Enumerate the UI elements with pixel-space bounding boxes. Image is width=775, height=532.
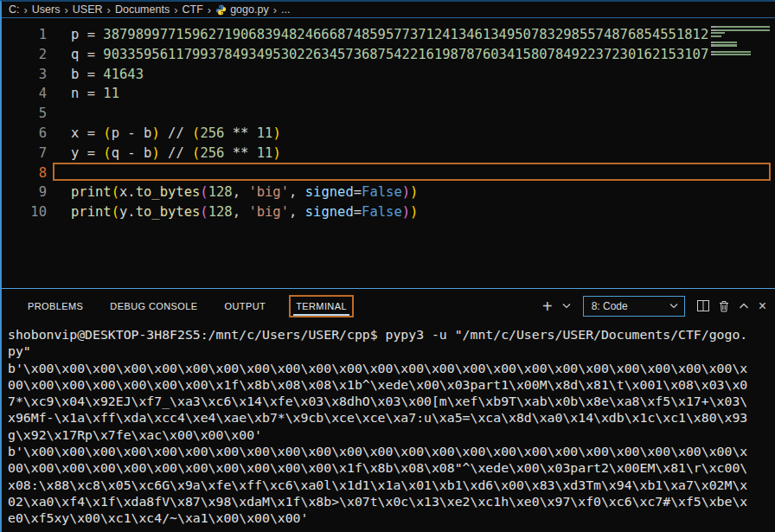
- chevron-right-icon: ›: [273, 4, 277, 16]
- code-text: q = 903359561179937849349530226345736875…: [47, 45, 708, 65]
- line-number: 3: [2, 65, 47, 85]
- terminal-line: e0\xf5xy\x00\xc1\xc4/~\xa1\x00\x00\x00': [8, 510, 775, 526]
- token: n: [71, 86, 79, 101]
- code-line[interactable]: 4 n = 11: [2, 84, 775, 104]
- tab-problems[interactable]: PROBLEMS: [26, 297, 85, 316]
- token: (: [200, 204, 208, 220]
- tab-debug-console[interactable]: DEBUG CONSOLE: [108, 297, 199, 316]
- terminal-line: x96Mf-\x1a\xff\xda\xcc4\xe4\xae\xb7*\x9c…: [8, 409, 775, 426]
- close-panel-icon[interactable]: ×: [759, 300, 766, 312]
- token: =: [79, 47, 103, 62]
- new-terminal-icon[interactable]: +: [542, 300, 553, 312]
- line-number: 2: [2, 45, 47, 65]
- code-text: b = 41643: [47, 65, 144, 85]
- token: .: [127, 204, 135, 220]
- token: -: [119, 125, 144, 141]
- token: ,: [233, 204, 249, 220]
- code-line[interactable]: 6 x = (p - b) // (256 ** 11): [2, 124, 775, 144]
- chevron-right-icon: ›: [65, 4, 68, 16]
- chevron-right-icon: ›: [24, 4, 28, 16]
- bottom-panel: PROBLEMS DEBUG CONSOLE OUTPUT TERMINAL +…: [2, 288, 775, 532]
- token: b: [144, 145, 151, 161]
- tab-output[interactable]: OUTPUT: [223, 297, 268, 316]
- token: =: [79, 125, 103, 141]
- token: ): [272, 125, 280, 141]
- chevron-right-icon: ›: [107, 4, 111, 16]
- minimap[interactable]: [711, 26, 773, 57]
- terminal-line: b'\x00\x00\x00\x00\x00\x00\x00\x00\x00\x…: [8, 443, 775, 459]
- token: 128: [208, 184, 233, 200]
- token: 'big': [248, 204, 289, 220]
- split-terminal-icon[interactable]: [697, 300, 709, 311]
- breadcrumb-item-documents[interactable]: Documents: [115, 3, 170, 16]
- tab-terminal[interactable]: TERMINAL: [291, 297, 352, 316]
- code-line[interactable]: 7 y = (q - b) // (256 ** 11): [2, 144, 775, 163]
- terminal-line: 02\xa0\xf4\x1f\xda8fV\x87\x98\xdaM\x1f\x…: [8, 493, 775, 510]
- token: to_bytes: [136, 204, 201, 220]
- code-text: n = 11: [47, 84, 119, 104]
- token: to_bytes: [136, 184, 201, 200]
- code-line[interactable]: 3 b = 41643: [2, 65, 775, 85]
- breadcrumb-item-drive[interactable]: C:: [9, 3, 20, 16]
- token: **: [224, 125, 256, 141]
- code-line[interactable]: 5: [2, 104, 775, 124]
- code-line[interactable]: 1 p = 3879899771596271906839482466687485…: [2, 25, 775, 45]
- line-number: 9: [2, 183, 47, 202]
- token: (: [103, 125, 111, 141]
- code-text: y = (q - b) // (256 ** 11): [47, 144, 281, 163]
- token: **: [224, 145, 256, 161]
- token: 'big': [248, 184, 289, 200]
- breadcrumb-item-ctf[interactable]: CTF: [183, 3, 203, 16]
- breadcrumb-file-label: gogo.py: [230, 3, 268, 16]
- line-number: 5: [2, 104, 47, 124]
- token: (: [192, 125, 200, 141]
- code-line[interactable]: 10 print(y.to_bytes(128, 'big', signed=F…: [2, 202, 775, 222]
- token: ,: [289, 204, 305, 220]
- chevron-right-icon: ›: [208, 4, 211, 16]
- maximize-panel-chevron-up-icon[interactable]: [739, 303, 749, 310]
- terminal-line: 7*\xc9\x04\x92EJ\xf7_\xa3\xc6\x14\xfe\x0…: [8, 393, 775, 409]
- new-terminal-dropdown-chevron-icon[interactable]: [562, 303, 571, 309]
- token: signed: [305, 184, 354, 200]
- minimap-line: [711, 26, 770, 28]
- token: .: [127, 184, 135, 200]
- minimap-line: [711, 48, 773, 49]
- kill-terminal-trash-icon[interactable]: [719, 300, 729, 312]
- line-number: 7: [2, 144, 47, 163]
- token: (: [103, 145, 111, 161]
- token: 3879899771596271906839482466687485957737…: [103, 27, 708, 42]
- token: False: [362, 184, 402, 200]
- panel-actions: + 8: Code ×: [542, 296, 766, 317]
- code-text: x = (p - b) // (256 ** 11): [47, 124, 281, 144]
- code-editor[interactable]: 1 p = 3879899771596271906839482466687485…: [2, 18, 775, 288]
- line-number: 10: [2, 202, 47, 222]
- code-text: print(x.to_bytes(128, 'big', signed=Fals…: [47, 183, 418, 202]
- token: (: [112, 184, 119, 200]
- token: print: [71, 204, 112, 220]
- terminal-selector-value: 8: Code: [592, 300, 628, 312]
- line-number-active: 8: [2, 163, 47, 183]
- line-number: 4: [2, 84, 47, 104]
- terminal-line: g\x92\x17Rp\x7fe\xac\x00\x00\x00': [8, 426, 775, 443]
- line-number: 6: [2, 124, 47, 144]
- breadcrumb-item-symbol[interactable]: ...: [281, 3, 290, 16]
- token: 256: [200, 145, 224, 161]
- chevron-right-icon: ›: [174, 4, 177, 16]
- token: =: [79, 67, 103, 82]
- minimap-line: [711, 35, 721, 37]
- token: (: [112, 204, 119, 220]
- python-icon: [215, 4, 227, 16]
- breadcrumb-item-user[interactable]: USER: [73, 3, 103, 16]
- token: p: [71, 27, 79, 42]
- token: =: [79, 145, 103, 161]
- breadcrumb-item-users[interactable]: Users: [32, 3, 61, 16]
- code-line[interactable]: 2 q = 9033595611799378493495302263457368…: [2, 45, 775, 65]
- token: ): [410, 204, 418, 220]
- terminal-selector-dropdown[interactable]: 8: Code: [583, 296, 685, 317]
- minimap-line: [711, 38, 773, 40]
- terminal-output[interactable]: shobonvip@DESKTOP-3H8F2S5:/mnt/c/Users/U…: [2, 324, 775, 532]
- code-line[interactable]: 9 print(x.to_bytes(128, 'big', signed=Fa…: [2, 183, 775, 202]
- breadcrumb-item-file[interactable]: gogo.py: [215, 3, 268, 16]
- breadcrumb: C: › Users › USER › Documents › CTF › go…: [2, 2, 775, 18]
- token: =: [79, 86, 103, 101]
